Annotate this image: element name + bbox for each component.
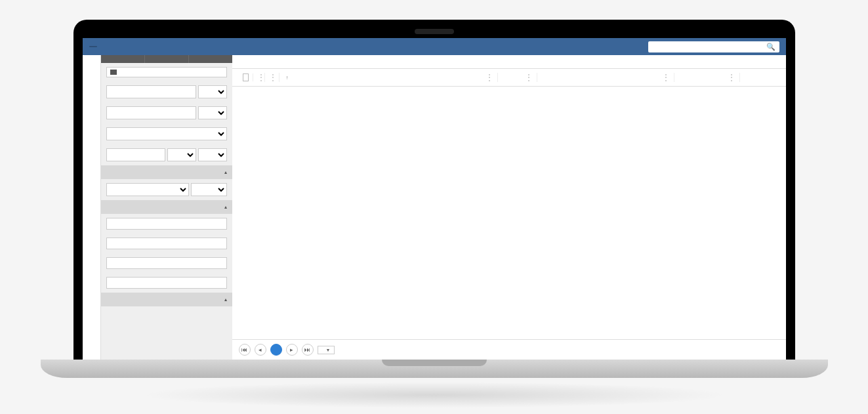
column-menu-icon[interactable]: ⋮ (269, 73, 277, 82)
section-filedate[interactable]: ▴ (101, 165, 232, 179)
search-panel: ▴ ▴ (101, 55, 232, 360)
path-field[interactable] (106, 67, 227, 77)
column-menu-icon[interactable]: ⋮ (525, 73, 533, 82)
page-last[interactable]: ⏭ (302, 344, 314, 356)
results-heading (232, 55, 786, 68)
page-prev[interactable]: ◂ (255, 344, 266, 356)
col-title[interactable]: ⋮ (537, 73, 674, 82)
select-all-checkbox[interactable] (243, 73, 249, 81)
desc-input[interactable] (106, 238, 227, 249)
page-current[interactable] (270, 344, 282, 356)
section-userfile[interactable]: ▴ (101, 293, 232, 306)
chevron-up-icon: ▴ (224, 169, 227, 175)
table-header: ⋮ ⋮ ↑ ⋮ ⋮ ⋮ ⋮ (232, 68, 786, 87)
global-search[interactable]: 🔍 (648, 41, 779, 52)
words-op[interactable] (198, 106, 227, 119)
column-menu-icon[interactable]: ⋮ (486, 73, 493, 82)
section-docnotes[interactable]: ▴ (101, 200, 232, 214)
anyprop-drop[interactable] (198, 148, 227, 161)
docstatus-input[interactable] (106, 218, 227, 230)
filedate-date[interactable] (106, 183, 189, 196)
reset-button[interactable] (101, 55, 145, 63)
sort-asc-icon: ↑ (286, 75, 289, 81)
words-input[interactable] (106, 106, 196, 119)
chevron-up-icon: ▴ (224, 297, 227, 302)
nav-rail (83, 55, 101, 360)
col-ctype[interactable]: ⋮ (674, 73, 740, 82)
col-version[interactable]: ⋮ (498, 73, 537, 82)
filedate-op[interactable] (191, 183, 227, 196)
results-rows (232, 87, 786, 339)
filename-input[interactable] (106, 85, 196, 98)
logo (89, 46, 97, 47)
page-size-select[interactable]: ▼ (318, 346, 335, 354)
pagination: ⏮ ◂ ▸ ⏭ ▼ (232, 339, 786, 360)
profile-select[interactable] (106, 127, 227, 140)
col-filename[interactable]: ↑ ⋮ (279, 73, 499, 82)
global-search-input[interactable] (652, 43, 766, 51)
search-button[interactable] (189, 55, 232, 63)
main-content: ⋮ ⋮ ↑ ⋮ ⋮ ⋮ ⋮ (232, 55, 786, 360)
anyprop-input[interactable] (106, 148, 165, 161)
chevron-up-icon: ▴ (224, 204, 227, 210)
vernotes-input[interactable] (106, 257, 227, 269)
app-header: 🔍 (83, 38, 786, 55)
page-first[interactable]: ⏮ (239, 344, 251, 356)
column-menu-icon[interactable]: ⋮ (257, 73, 265, 82)
page-next[interactable]: ▸ (286, 344, 298, 356)
column-menu-icon[interactable]: ⋮ (728, 73, 735, 82)
dnotes-input[interactable] (106, 277, 227, 289)
search-icon[interactable]: 🔍 (766, 43, 775, 51)
save-button[interactable] (145, 55, 189, 63)
column-menu-icon[interactable]: ⋮ (662, 73, 670, 82)
folder-icon (110, 70, 117, 75)
filename-op[interactable] (198, 85, 227, 98)
chevron-down-icon: ▼ (326, 348, 331, 352)
anyprop-op[interactable] (167, 148, 196, 161)
